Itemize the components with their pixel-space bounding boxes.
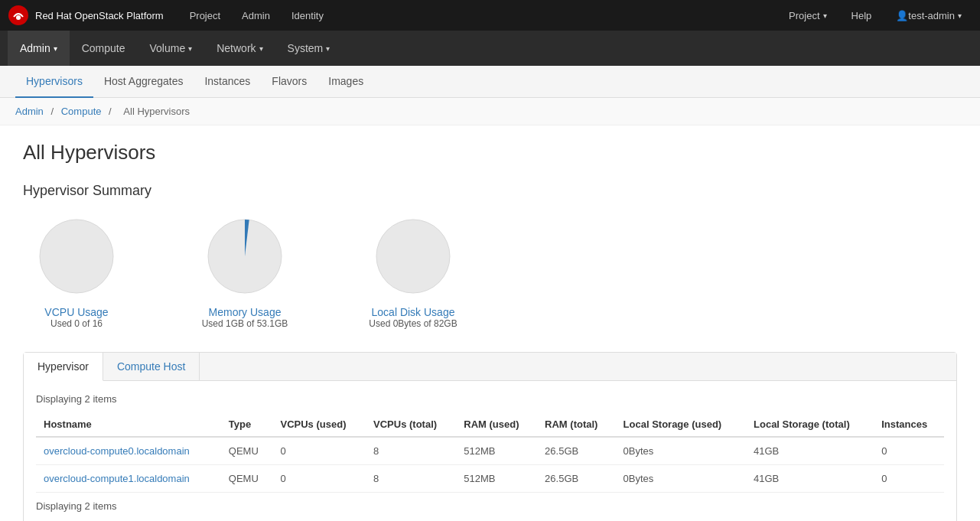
cell-local-storage-total: 41GB xyxy=(746,437,874,465)
table-row: overcloud-compute0.localdomain QEMU 0 8 … xyxy=(36,437,944,465)
cell-type: QEMU xyxy=(221,437,273,465)
main-content: All Hypervisors Hypervisor Summary VCPU … xyxy=(0,125,980,521)
displaying-top: Displaying 2 items xyxy=(36,393,944,405)
user-icon: 👤 xyxy=(896,10,908,21)
breadcrumb-current: All Hypervisors xyxy=(123,106,190,117)
summary-title: Hypervisor Summary xyxy=(23,183,957,199)
tab-host-aggregates[interactable]: Host Aggregates xyxy=(93,66,194,98)
breadcrumb-sep-1: / xyxy=(50,106,56,117)
col-instances: Instances xyxy=(874,412,944,437)
col-local-storage-total: Local Storage (total) xyxy=(746,412,874,437)
cell-ram-used: 512MB xyxy=(456,465,537,493)
cell-local-storage-used: 0Bytes xyxy=(616,465,746,493)
user-dropdown-icon: ▾ xyxy=(958,11,962,20)
memory-sublabel: Used 1GB of 53.1GB xyxy=(202,318,288,329)
col-type: Type xyxy=(221,412,273,437)
nav-right-project[interactable]: Project ▾ xyxy=(778,0,837,31)
memory-pie xyxy=(203,214,287,298)
sec-nav-system[interactable]: System ▾ xyxy=(275,31,343,66)
page-title: All Hypervisors xyxy=(23,141,957,164)
top-nav-items: Project Admin Identity xyxy=(179,0,778,31)
col-ram-used: RAM (used) xyxy=(456,412,537,437)
vcpu-pie xyxy=(34,214,119,298)
table-body: overcloud-compute0.localdomain QEMU 0 8 … xyxy=(36,437,944,493)
panel-tab-header: Hypervisor Compute Host xyxy=(24,353,956,381)
cell-instances: 0 xyxy=(874,437,944,465)
project-dropdown-icon: ▾ xyxy=(823,11,827,20)
svg-point-1 xyxy=(16,15,21,20)
cell-ram-total: 26.5GB xyxy=(537,465,615,493)
tab-instances[interactable]: Instances xyxy=(194,66,261,98)
svg-point-4 xyxy=(376,220,450,293)
cell-ram-total: 26.5GB xyxy=(537,437,615,465)
vcpu-sublabel: Used 0 of 16 xyxy=(50,318,103,329)
summary-charts: VCPU Usage Used 0 of 16 Memory Usage Use… xyxy=(23,214,957,329)
panel: Hypervisor Compute Host Displaying 2 ite… xyxy=(23,352,957,521)
svg-point-2 xyxy=(40,220,113,293)
nav-project[interactable]: Project xyxy=(179,0,231,31)
tab-navbar: Hypervisors Host Aggregates Instances Fl… xyxy=(0,66,980,98)
volume-dropdown-icon: ▾ xyxy=(188,44,192,53)
breadcrumb: Admin / Compute / All Hypervisors xyxy=(0,98,980,125)
col-vcpus-used: VCPUs (used) xyxy=(273,412,366,437)
tab-flavors[interactable]: Flavors xyxy=(261,66,317,98)
table-row: overcloud-compute1.localdomain QEMU 0 8 … xyxy=(36,465,944,493)
col-ram-total: RAM (total) xyxy=(537,412,615,437)
nav-identity[interactable]: Identity xyxy=(281,0,334,31)
brand-logo xyxy=(8,5,29,26)
cell-vcpus-used: 0 xyxy=(273,437,366,465)
system-dropdown-icon: ▾ xyxy=(326,44,330,53)
top-nav-right: Project ▾ Help 👤 test-admin ▾ xyxy=(778,0,972,31)
tab-hypervisors[interactable]: Hypervisors xyxy=(15,66,93,98)
memory-label: Memory Usage xyxy=(209,306,282,318)
network-dropdown-icon: ▾ xyxy=(259,44,263,53)
col-local-storage-used: Local Storage (used) xyxy=(616,412,746,437)
top-navbar: Red Hat OpenStack Platform Project Admin… xyxy=(0,0,980,31)
disk-pie xyxy=(371,214,455,298)
cell-vcpus-total: 8 xyxy=(366,465,456,493)
brand-name: Red Hat OpenStack Platform xyxy=(35,10,164,21)
tab-images[interactable]: Images xyxy=(317,66,374,98)
nav-right-user[interactable]: 👤 test-admin ▾ xyxy=(885,0,972,31)
secondary-navbar: Admin ▾ Compute Volume ▾ Network ▾ Syste… xyxy=(0,31,980,66)
cell-ram-used: 512MB xyxy=(456,437,537,465)
sec-nav-volume[interactable]: Volume ▾ xyxy=(138,31,205,66)
cell-local-storage-total: 41GB xyxy=(746,465,874,493)
disk-sublabel: Used 0Bytes of 82GB xyxy=(369,318,457,329)
cell-hostname: overcloud-compute1.localdomain xyxy=(36,465,221,493)
cell-local-storage-used: 0Bytes xyxy=(616,437,746,465)
panel-body: Displaying 2 items Hostname Type VCPUs (… xyxy=(24,381,956,521)
breadcrumb-admin[interactable]: Admin xyxy=(15,106,44,117)
sec-nav-admin[interactable]: Admin ▾ xyxy=(8,31,70,66)
nav-right-help[interactable]: Help xyxy=(841,0,883,31)
nav-admin[interactable]: Admin xyxy=(231,0,281,31)
cell-instances: 0 xyxy=(874,465,944,493)
cell-type: QEMU xyxy=(221,465,273,493)
admin-dropdown-icon: ▾ xyxy=(54,44,57,53)
cell-vcpus-used: 0 xyxy=(273,465,366,493)
table-header-row: Hostname Type VCPUs (used) VCPUs (total)… xyxy=(36,412,944,437)
breadcrumb-sep-2: / xyxy=(109,106,114,117)
col-hostname: Hostname xyxy=(36,412,221,437)
cell-hostname: overcloud-compute0.localdomain xyxy=(36,437,221,465)
memory-chart: Memory Usage Used 1GB of 53.1GB xyxy=(191,214,298,329)
panel-tab-hypervisor[interactable]: Hypervisor xyxy=(24,353,103,381)
disk-label: Local Disk Usage xyxy=(372,306,455,318)
col-vcpus-total: VCPUs (total) xyxy=(366,412,456,437)
disk-chart: Local Disk Usage Used 0Bytes of 82GB xyxy=(360,214,467,329)
vcpu-chart: VCPU Usage Used 0 of 16 xyxy=(23,214,130,329)
panel-tab-compute-host[interactable]: Compute Host xyxy=(103,353,200,380)
hypervisors-table: Hostname Type VCPUs (used) VCPUs (total)… xyxy=(36,412,944,493)
sec-nav-network[interactable]: Network ▾ xyxy=(204,31,275,66)
brand: Red Hat OpenStack Platform xyxy=(8,5,164,26)
vcpu-label: VCPU Usage xyxy=(44,306,108,318)
breadcrumb-compute[interactable]: Compute xyxy=(61,106,102,117)
sec-nav-compute[interactable]: Compute xyxy=(70,31,138,66)
cell-vcpus-total: 8 xyxy=(366,437,456,465)
displaying-bottom: Displaying 2 items xyxy=(36,500,944,512)
